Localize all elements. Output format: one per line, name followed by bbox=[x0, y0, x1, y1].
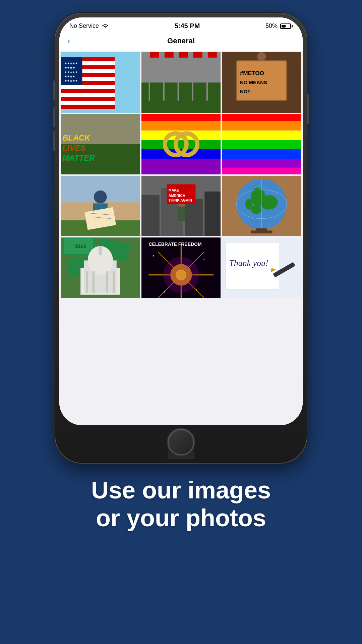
svg-text:BLACK: BLACK bbox=[62, 133, 91, 142]
svg-rect-21 bbox=[141, 83, 221, 113]
svg-rect-13 bbox=[61, 105, 115, 109]
svg-text:★★★★★: ★★★★★ bbox=[64, 62, 78, 65]
svg-rect-68 bbox=[141, 195, 160, 236]
svg-text:#METOO: #METOO bbox=[240, 70, 264, 76]
phone-screen: No Service 5:45 PM 50% ‹ bbox=[59, 17, 303, 425]
photo-celebrate-freedom: CELEBRATE FREEDOM ✦ ✦ ✦ ✦ bbox=[141, 237, 221, 298]
photo-cell-11[interactable]: CELEBRATE FREEDOM ✦ ✦ ✦ ✦ bbox=[141, 237, 221, 298]
svg-text:$100: $100 bbox=[75, 243, 86, 249]
svg-text:MAKE: MAKE bbox=[168, 188, 179, 192]
photo-cell-8[interactable]: MAKE AMERICA THINK AGAIN bbox=[141, 176, 221, 236]
photo-thank-you: Thank you! bbox=[222, 237, 301, 298]
svg-rect-27 bbox=[150, 52, 159, 58]
svg-rect-10 bbox=[61, 93, 115, 97]
photo-flags-row bbox=[141, 52, 221, 113]
svg-text:★★★★: ★★★★ bbox=[64, 75, 75, 78]
nav-title: General bbox=[167, 37, 195, 45]
svg-rect-100 bbox=[93, 271, 95, 293]
svg-rect-8 bbox=[61, 85, 115, 89]
svg-text:NO MEANS: NO MEANS bbox=[240, 79, 267, 85]
photo-child-map bbox=[61, 176, 140, 236]
phone-device: No Service 5:45 PM 50% ‹ bbox=[55, 13, 307, 463]
photo-flag-wave: ★★★★★ ★★★★ ★★★★★ ★★★★ ★★★★★ bbox=[61, 52, 140, 113]
battery-tip bbox=[292, 25, 293, 28]
photo-cell-5[interactable] bbox=[141, 114, 221, 174]
svg-rect-52 bbox=[222, 114, 301, 121]
svg-rect-29 bbox=[179, 52, 188, 58]
status-time: 5:45 PM bbox=[175, 22, 200, 30]
svg-point-83 bbox=[251, 205, 261, 214]
svg-point-38 bbox=[257, 52, 266, 61]
svg-text:AMERICA: AMERICA bbox=[168, 194, 185, 198]
svg-rect-88 bbox=[251, 230, 273, 233]
svg-rect-28 bbox=[165, 52, 174, 58]
wifi-icon bbox=[102, 23, 109, 29]
svg-rect-11 bbox=[61, 97, 115, 101]
svg-text:★★★★★: ★★★★★ bbox=[64, 70, 78, 74]
nav-bar: ‹ General bbox=[59, 33, 303, 51]
photo-cell-7[interactable] bbox=[61, 176, 140, 236]
promo-line-1: Use our images bbox=[91, 476, 271, 504]
photo-think-again: MAKE AMERICA THINK AGAIN bbox=[141, 176, 221, 236]
svg-rect-9 bbox=[61, 89, 115, 93]
home-area bbox=[168, 425, 194, 459]
photo-capitol: $100 bbox=[61, 237, 140, 298]
photo-rings bbox=[141, 114, 221, 174]
photo-metoo: #METOO NO MEANS NO!! bbox=[222, 52, 301, 113]
photo-rainbow-flag bbox=[222, 114, 301, 174]
photo-cell-4[interactable]: BLACK LIVES MATTER bbox=[61, 114, 140, 174]
photo-cell-10[interactable]: $100 bbox=[61, 237, 140, 298]
svg-text:NO!!: NO!! bbox=[240, 89, 251, 94]
svg-rect-56 bbox=[222, 149, 301, 159]
svg-rect-25 bbox=[192, 52, 193, 101]
svg-text:✦: ✦ bbox=[152, 254, 155, 258]
photo-cell-6[interactable] bbox=[222, 114, 301, 174]
svg-rect-58 bbox=[222, 168, 301, 174]
battery-indicator bbox=[280, 23, 293, 29]
carrier-label: No Service bbox=[69, 22, 99, 30]
svg-text:★★★★: ★★★★ bbox=[64, 66, 75, 69]
svg-point-62 bbox=[94, 191, 107, 204]
home-button[interactable] bbox=[168, 429, 194, 455]
svg-rect-101 bbox=[106, 271, 108, 293]
photo-blm: BLACK LIVES MATTER bbox=[61, 114, 140, 174]
svg-rect-57 bbox=[222, 159, 301, 168]
photo-cell-3[interactable]: #METOO NO MEANS NO!! bbox=[222, 52, 301, 113]
back-button[interactable]: ‹ bbox=[67, 36, 70, 46]
status-bar: No Service 5:45 PM 50% bbox=[59, 17, 303, 33]
svg-rect-49 bbox=[141, 159, 221, 174]
svg-rect-73 bbox=[177, 207, 185, 221]
battery-body bbox=[280, 23, 291, 29]
promo-line-2: or your photos bbox=[91, 504, 271, 532]
photo-cell-12[interactable]: Thank you! bbox=[222, 237, 301, 298]
svg-rect-12 bbox=[61, 101, 115, 105]
svg-text:Thank you!: Thank you! bbox=[229, 258, 268, 268]
svg-rect-24 bbox=[177, 52, 179, 101]
status-right: 50% bbox=[265, 22, 293, 30]
battery-percent: 50% bbox=[265, 22, 278, 30]
svg-rect-70 bbox=[185, 199, 203, 236]
svg-text:CELEBRATE FREEDOM: CELEBRATE FREEDOM bbox=[148, 241, 201, 247]
svg-text:THINK AGAIN: THINK AGAIN bbox=[168, 198, 192, 202]
svg-text:✦: ✦ bbox=[163, 290, 166, 293]
svg-rect-99 bbox=[86, 271, 88, 293]
battery-fill bbox=[282, 25, 286, 28]
photo-cell-2[interactable] bbox=[141, 52, 221, 113]
svg-rect-31 bbox=[208, 52, 217, 58]
promo-text-container: Use our images or your photos bbox=[71, 476, 291, 532]
svg-text:MATTER: MATTER bbox=[62, 154, 95, 162]
photo-cell-1[interactable]: ★★★★★ ★★★★ ★★★★★ ★★★★ ★★★★★ bbox=[61, 52, 140, 113]
svg-rect-23 bbox=[163, 52, 164, 101]
svg-rect-22 bbox=[148, 52, 150, 101]
svg-rect-47 bbox=[141, 140, 221, 149]
svg-text:★★★★★: ★★★★★ bbox=[64, 79, 78, 83]
svg-rect-55 bbox=[222, 140, 301, 149]
svg-rect-98 bbox=[99, 246, 102, 255]
svg-point-114 bbox=[163, 257, 199, 293]
svg-rect-45 bbox=[141, 121, 221, 130]
svg-rect-30 bbox=[193, 52, 202, 58]
svg-rect-54 bbox=[222, 130, 301, 140]
photo-globe bbox=[222, 176, 301, 236]
photo-grid: ★★★★★ ★★★★ ★★★★★ ★★★★ ★★★★★ bbox=[59, 51, 303, 425]
photo-cell-9[interactable] bbox=[222, 176, 301, 236]
